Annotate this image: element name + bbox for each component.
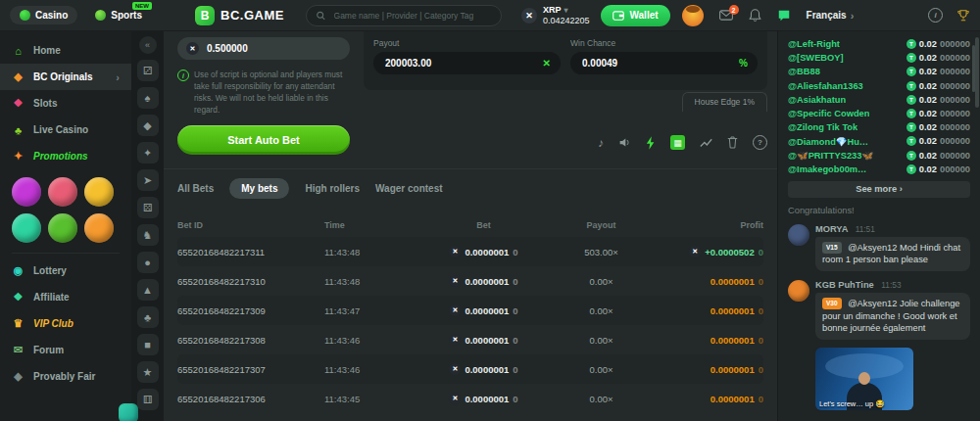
table-row[interactable]: 65520168482217309 11:43:47 0.00000010 0.…: [177, 296, 763, 325]
logo[interactable]: B BC.GAME: [195, 6, 284, 25]
see-more-button[interactable]: See more ›: [788, 181, 970, 198]
win-chance-input-wrap[interactable]: %: [570, 52, 758, 74]
sidebar-item-forum[interactable]: ✉ Forum: [0, 337, 131, 363]
sidebar-item-bc-originals[interactable]: ◆ BC Originals ›: [0, 64, 131, 90]
search-input[interactable]: [332, 10, 492, 22]
rail-game-icon[interactable]: ⚄: [137, 197, 159, 218]
avatar[interactable]: [788, 280, 809, 302]
sidebar-item-vip-club[interactable]: ♛ VIP Club: [0, 310, 131, 337]
rail-game-icon[interactable]: ⚅: [137, 389, 159, 410]
payout-input-wrap[interactable]: ✕: [373, 52, 561, 74]
rail-game-icon[interactable]: ✦: [137, 142, 159, 164]
xrp-coin-icon: [449, 334, 461, 346]
rail-game-icon[interactable]: ●: [137, 252, 159, 273]
rail-game-icon[interactable]: ▲: [137, 279, 159, 301]
collapse-sidebar-button[interactable]: [139, 36, 157, 54]
balance-selector[interactable]: XRP 0.04242205: [521, 5, 590, 25]
avatar[interactable]: [788, 224, 809, 246]
start-auto-bet-button[interactable]: Start Auto Bet: [177, 125, 350, 155]
winner-name[interactable]: @Diamond💎Hu…: [788, 136, 868, 147]
sound-icon[interactable]: [618, 136, 631, 149]
promo-icon-6[interactable]: [84, 213, 114, 243]
rail-game-icon[interactable]: ⚂: [137, 60, 159, 81]
winner-row[interactable]: @BB88 0.02000000: [788, 65, 970, 78]
winner-row[interactable]: @🦋PRITTYS233🦋 0.02000000: [788, 149, 970, 163]
promo-icon-1[interactable]: [12, 177, 41, 207]
rail-game-icon[interactable]: ■: [137, 334, 159, 355]
payout-field: Payout ✕: [373, 38, 561, 83]
casino-tab[interactable]: Casino: [10, 6, 77, 24]
avatar[interactable]: [682, 5, 704, 26]
payout-input[interactable]: [383, 57, 537, 70]
sidebar-item-affiliate[interactable]: ❖ Affiliate: [0, 284, 131, 310]
trophy-icon[interactable]: [956, 9, 970, 23]
winner-name[interactable]: @Left-Right: [788, 39, 840, 49]
keyboard-icon[interactable]: [670, 135, 685, 150]
rail-game-icon[interactable]: ♣: [137, 306, 159, 328]
sidebar-item-live-casino[interactable]: ♣ Live Casino: [0, 117, 131, 143]
sidebar-item-home[interactable]: ⌂ Home: [0, 37, 131, 64]
chat-icon[interactable]: [777, 9, 791, 23]
promo-icon-3[interactable]: [84, 177, 114, 207]
bet-amount-field[interactable]: [177, 37, 350, 60]
search-bar[interactable]: [306, 5, 502, 26]
music-note-icon[interactable]: ♪: [598, 136, 604, 150]
table-row[interactable]: 65520168482217310 11:43:48 0.00000010 0.…: [177, 266, 763, 296]
sidebar-item-lottery[interactable]: ◉ Lottery: [0, 257, 131, 284]
support-chat-icon[interactable]: [119, 403, 138, 421]
winner-row[interactable]: @Specific Cowden 0.02000000: [788, 107, 970, 120]
table-row[interactable]: 65520168482217308 11:43:46 0.00000010 0.…: [177, 325, 763, 354]
sidebar-item-provably-fair[interactable]: ◈ Provably Fair: [0, 363, 131, 390]
tab-wager-contest[interactable]: Wager contest: [375, 178, 443, 199]
lightning-icon[interactable]: [646, 136, 656, 150]
rail-game-icon[interactable]: ♠: [137, 87, 159, 109]
info-icon[interactable]: [928, 8, 943, 23]
rail-game-icon[interactable]: ◆: [137, 115, 159, 136]
winner-name[interactable]: @Specific Cowden: [788, 109, 869, 118]
promo-icon-2[interactable]: [48, 177, 77, 207]
winner-name[interactable]: @Aliesfahan1363: [788, 81, 863, 91]
winner-row[interactable]: @Imakegob00m… 0.02000000: [788, 163, 970, 176]
rail-game-icon[interactable]: ♞: [137, 224, 159, 246]
winner-row[interactable]: @Zilong Tik Tok 0.02000000: [788, 120, 970, 134]
winner-row[interactable]: @Asiakhatun 0.02000000: [788, 93, 970, 107]
winner-name[interactable]: @[SWEBOY]: [788, 53, 844, 63]
sidebar-item-promotions[interactable]: ✦ Promotions: [0, 143, 131, 169]
winner-name[interactable]: @Asiakhatun: [788, 95, 846, 105]
rail-game-icon[interactable]: ★: [137, 361, 159, 383]
wallet-button[interactable]: Wallet: [601, 5, 669, 26]
scrollbar-thumb[interactable]: [975, 37, 979, 108]
table-row[interactable]: 65520168482217306 11:43:45 0.00000010 0.…: [177, 384, 763, 413]
winner-row[interactable]: @Aliesfahan1363 0.02000000: [788, 79, 970, 93]
tab-my-bets[interactable]: My bets: [229, 178, 289, 199]
winner-row[interactable]: @[SWEBOY] 0.02000000: [788, 51, 970, 65]
table-row[interactable]: 65520168482217307 11:43:46 0.00000010 0.…: [177, 354, 763, 384]
bet-amount-input[interactable]: [205, 42, 341, 55]
table-row[interactable]: 65520168482217311 11:43:48 0.00000010 50…: [177, 237, 763, 266]
xrp-coin-icon: [449, 246, 461, 257]
winner-name[interactable]: @BB88: [788, 67, 820, 76]
username[interactable]: MORYA: [815, 224, 848, 234]
promo-icon-4[interactable]: [12, 213, 41, 243]
sports-tab[interactable]: NEW Sports: [87, 6, 150, 24]
live-stats-icon[interactable]: [700, 136, 712, 149]
sidebar-item-slots[interactable]: ❖ Slots: [0, 90, 131, 117]
help-icon[interactable]: [753, 135, 767, 150]
language-selector[interactable]: Français: [807, 10, 855, 22]
winner-name[interactable]: @Zilong Tik Tok: [788, 122, 858, 132]
promo-icon-5[interactable]: [48, 213, 77, 243]
rail-game-icon[interactable]: ➤: [137, 169, 159, 191]
winner-name[interactable]: @Imakegob00m…: [788, 164, 866, 174]
trash-icon[interactable]: [727, 136, 738, 149]
winner-name[interactable]: @🦋PRITTYS233🦋: [788, 150, 873, 161]
chat-image-attachment[interactable]: Let's screw… up 😂: [815, 348, 913, 410]
mail-icon[interactable]: 2: [719, 10, 733, 21]
tab-all-bets[interactable]: All Bets: [177, 178, 214, 199]
winner-row[interactable]: @Left-Right 0.02000000: [788, 37, 970, 51]
bell-icon[interactable]: [749, 9, 761, 22]
username[interactable]: KGB PuhTine: [815, 280, 874, 290]
winner-row[interactable]: @Diamond💎Hu… 0.02000000: [788, 134, 970, 148]
win-chance-input[interactable]: [580, 57, 733, 70]
tab-high-rollers[interactable]: High rollers: [305, 178, 360, 199]
script-note: Use of script is optional and players mu…: [177, 69, 350, 116]
